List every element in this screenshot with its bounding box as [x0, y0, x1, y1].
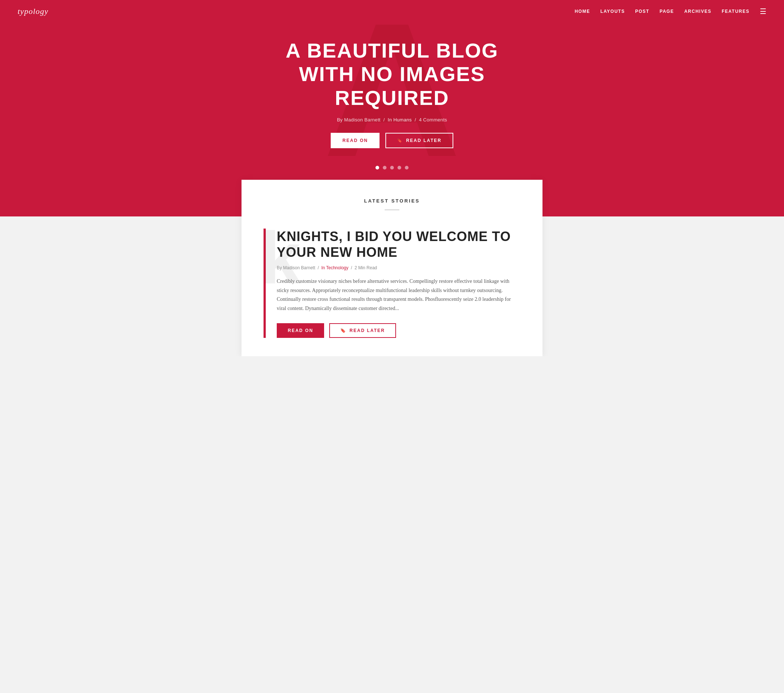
article-left-bar — [264, 228, 266, 338]
bookmark-icon — [397, 138, 403, 143]
article-read-later-button[interactable]: 🔖 READ LATER — [329, 323, 396, 338]
article-meta-category[interactable]: In Technology — [321, 265, 348, 270]
nav-post[interactable]: POST — [635, 9, 649, 14]
nav-links: HOME LAYOUTS POST PAGE ARCHIVES FEATURES… — [575, 7, 766, 16]
nav-layouts[interactable]: LAYOUTS — [601, 9, 625, 14]
logo[interactable]: typology — [18, 7, 48, 16]
main-nav: typology HOME LAYOUTS POST PAGE ARCHIVES… — [0, 0, 784, 23]
article-meta: By Madison Barnett / In Technology / 2 M… — [277, 265, 520, 270]
hero-read-later-button[interactable]: READ LATER — [385, 133, 453, 148]
article-card: k KNIGHTS, I BID YOU WELCOME TO YOUR NEW… — [264, 228, 520, 338]
article-meta-by: By Madison Barnett — [277, 265, 315, 270]
section-title: LATEST STORIES — [264, 198, 520, 204]
nav-features[interactable]: FEATURES — [721, 9, 749, 14]
hamburger-icon[interactable]: ☰ — [760, 7, 766, 16]
dot-3[interactable] — [390, 166, 394, 169]
article-actions: READ ON 🔖 READ LATER — [277, 323, 520, 338]
dot-2[interactable] — [383, 166, 387, 169]
dot-4[interactable] — [397, 166, 401, 169]
hero-meta: By Madison Barnett / In Humans / 4 Comme… — [260, 117, 524, 123]
article-body: KNIGHTS, I BID YOU WELCOME TO YOUR NEW H… — [277, 228, 520, 338]
article-title: KNIGHTS, I BID YOU WELCOME TO YOUR NEW H… — [277, 228, 520, 260]
dot-1[interactable] — [376, 166, 379, 169]
dot-5[interactable] — [405, 166, 408, 169]
hero-content: A BEAUTIFUL BLOG WITH NO IMAGES REQUIRED… — [260, 39, 524, 148]
nav-page[interactable]: PAGE — [660, 9, 674, 14]
nav-archives[interactable]: ARCHIVES — [684, 9, 712, 14]
section-divider — [385, 210, 399, 210]
article-excerpt: Credibly customize visionary niches befo… — [277, 277, 520, 313]
article-read-on-button[interactable]: READ ON — [277, 323, 324, 338]
hero-buttons: READ ON READ LATER — [260, 133, 524, 148]
article-bookmark-icon: 🔖 — [340, 328, 346, 333]
latest-stories-section: LATEST STORIES k KNIGHTS, I BID YOU WELC… — [264, 198, 520, 338]
hero-meta-comments: 4 Comments — [419, 117, 447, 123]
latest-stories-card: LATEST STORIES k KNIGHTS, I BID YOU WELC… — [242, 180, 542, 356]
hero-section: A A BEAUTIFUL BLOG WITH NO IMAGES REQUIR… — [0, 0, 784, 180]
hero-meta-category[interactable]: In Humans — [388, 117, 412, 123]
hero-title: A BEAUTIFUL BLOG WITH NO IMAGES REQUIRED — [260, 39, 524, 110]
nav-home[interactable]: HOME — [575, 9, 590, 14]
hero-read-on-button[interactable]: READ ON — [331, 133, 379, 148]
hero-meta-by: By Madison Barnett — [337, 117, 380, 123]
hero-dots — [376, 166, 408, 169]
article-meta-read: 2 Min Read — [354, 265, 377, 270]
